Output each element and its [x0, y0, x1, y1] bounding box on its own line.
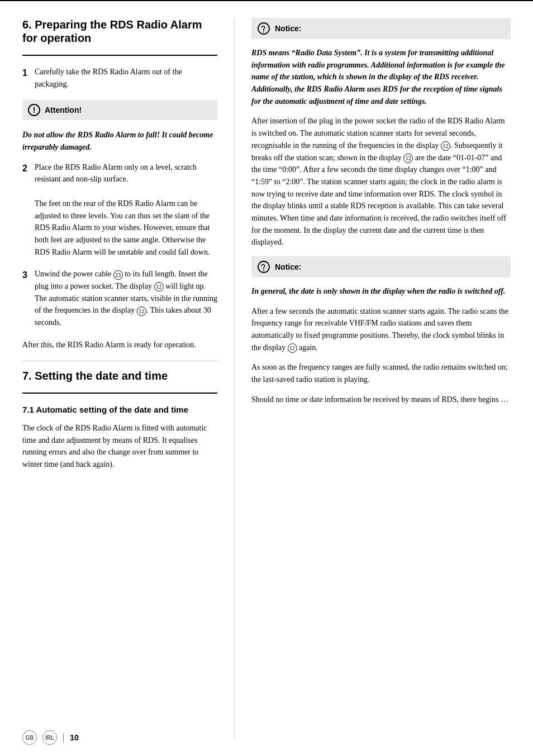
step-1: 1 Carefully take the RDS Radio Alarm out… [22, 66, 217, 90]
after-steps-text: After this, the RDS Radio Alarm is ready… [22, 339, 217, 351]
sub7-1-title: 7.1 Automatic setting of the date and ti… [22, 404, 217, 417]
step2-number: 2 [22, 162, 35, 175]
attention-label: Attention! [45, 104, 82, 116]
attention-text: Do not allow the RDS Radio Alarm to fall… [22, 129, 217, 153]
notice1-label: Notice: [275, 23, 301, 35]
badge-gb: GB [22, 730, 37, 745]
attention-icon: ! [28, 104, 40, 116]
left-column: 6. Preparing the RDS Radio Alarm for ope… [0, 18, 235, 739]
right-column: Notice: RDS means “Radio Data System”. I… [235, 18, 533, 739]
step2-text: Place the RDS Radio Alarm only on a leve… [35, 161, 217, 259]
step1-number: 1 [22, 66, 35, 80]
right-body2: After a few seconds the automatic statio… [251, 305, 511, 354]
section6-divider [22, 55, 217, 56]
sub7-1-body: The clock of the RDS Radio Alarm is fitt… [22, 422, 217, 471]
svg-point-1 [263, 32, 264, 33]
step-3: 3 Unwind the power cable 23 to its full … [22, 268, 217, 328]
right-body4: Should no time or date information be re… [251, 394, 511, 406]
step3-text: Unwind the power cable 23 to its full le… [35, 268, 217, 328]
notice2-box: Notice: [251, 256, 511, 277]
attention-box: ! Attention! [22, 100, 217, 120]
circled-12-r1: 12 [441, 141, 450, 151]
section7-divider-top [22, 361, 217, 361]
notice-icon-1 [257, 22, 270, 35]
section7-title: 7. Setting the date and time [22, 369, 217, 382]
notice1-box: Notice: [251, 18, 511, 39]
badge-irl: IRL [42, 730, 57, 745]
notice-icon-2 [257, 260, 270, 274]
footer-page-number: 10 [70, 732, 79, 744]
notice2-body: In general, the date is only shown in th… [251, 285, 511, 298]
step3-number: 3 [22, 269, 35, 282]
circled-12-1: 12 [154, 282, 164, 291]
footer: GB IRL | 10 [0, 730, 533, 745]
right-body3: As soon as the frequency ranges are full… [251, 361, 511, 385]
step-2: 2 Place the RDS Radio Alarm only on a le… [22, 161, 217, 259]
section7-divider [22, 393, 217, 394]
circled-23: 23 [113, 270, 123, 280]
svg-point-3 [263, 270, 264, 271]
notice2-label: Notice: [275, 261, 301, 273]
footer-separator: | [63, 731, 64, 744]
section6-title: 6. Preparing the RDS Radio Alarm for ope… [22, 18, 217, 45]
right-body1: After insertion of the plug in the power… [251, 115, 511, 248]
circled-12-r2: 12 [403, 154, 413, 163]
step1-text: Carefully take the RDS Radio Alarm out o… [35, 66, 217, 90]
circled-12-r3: 12 [288, 343, 297, 353]
circled-12-2: 12 [137, 307, 146, 316]
notice1-body: RDS means “Radio Data System”. It is a s… [251, 47, 511, 107]
